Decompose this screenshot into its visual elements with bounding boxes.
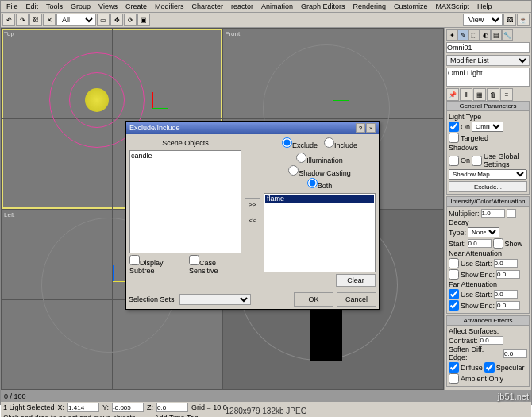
menu-file[interactable]: File (3, 2, 21, 11)
exclude-include-dialog: Exclude/Include ? × Scene Objects candle… (125, 121, 380, 310)
menu-maxscript[interactable]: MAXScript (433, 2, 473, 11)
selection-filter[interactable]: All (56, 14, 96, 26)
rollout-header[interactable]: Intensity/Color/Attenuation (447, 197, 529, 207)
menu-modifiers[interactable]: Modifiers (152, 2, 187, 11)
grid-status: Grid = 10.0 (191, 403, 227, 411)
rollout-intensity: Intensity/Color/Attenuation Multiplier: … (446, 196, 530, 314)
exclude-radio[interactable]: Exclude (282, 137, 318, 149)
add-time-tag[interactable]: Add Time Tag (155, 414, 199, 417)
illumination-radio[interactable]: Illumination (296, 153, 343, 164)
dialog-titlebar[interactable]: Exclude/Include ? × (126, 122, 379, 134)
tab-create-icon[interactable]: ✦ (446, 29, 457, 41)
scale-icon[interactable]: ▣ (137, 14, 150, 26)
shadows-on-check[interactable]: On Use Global Settings (449, 153, 527, 168)
link-icon[interactable]: ⛓ (29, 14, 42, 26)
menu-tools[interactable]: Tools (43, 2, 66, 11)
help-icon[interactable]: ? (356, 123, 365, 133)
light-type-select[interactable]: Omni (472, 122, 503, 132)
global-settings-check[interactable] (472, 156, 482, 166)
menu-grapheditors[interactable]: Graph Editors (298, 2, 349, 11)
configure-icon[interactable]: ≡ (500, 88, 513, 101)
menu-reactor[interactable]: reactor (228, 2, 256, 11)
menu-views[interactable]: Views (95, 2, 121, 11)
cancel-button[interactable]: Cancel (337, 292, 376, 307)
menu-bar: File Edit Tools Group Views Create Modif… (1, 1, 531, 13)
label: Decay (449, 218, 527, 226)
display-subtree-check[interactable]: Display Subtree (129, 255, 184, 275)
redo-icon[interactable]: ↷ (16, 14, 29, 26)
case-sensitive-check[interactable]: Case Sensitive (189, 255, 241, 275)
targeted-check[interactable]: Targeted (449, 133, 527, 143)
tab-utilities-icon[interactable]: 🔧 (502, 29, 513, 41)
ok-button[interactable]: OK (294, 292, 333, 307)
menu-animation[interactable]: Animation (258, 2, 296, 11)
viewport-label: Left (4, 211, 14, 218)
modifier-stack[interactable]: Omni Light (446, 68, 530, 87)
include-radio[interactable]: Include (324, 137, 357, 149)
light-on-check[interactable]: On Omni (449, 122, 527, 132)
list-item[interactable]: candle (131, 152, 240, 160)
selection-sets-dropdown[interactable] (179, 294, 251, 305)
multiplier-field: Multiplier: (449, 209, 527, 218)
unique-icon[interactable]: ▦ (473, 88, 486, 101)
rotate-icon[interactable]: ⟳ (124, 14, 137, 26)
coord-z[interactable] (156, 403, 188, 412)
coord-x[interactable] (67, 403, 99, 412)
selection-status: 1 Light Selected (3, 403, 55, 411)
menu-help[interactable]: Help (474, 2, 495, 11)
time-slider[interactable]: 0 / 100 (1, 391, 531, 402)
excluded-list[interactable]: flame (264, 193, 376, 272)
shadow-casting-radio[interactable]: Shadow Casting (288, 165, 351, 177)
stack-tools: 📌 Ⅱ ▦ 🗑 ≡ (446, 88, 530, 101)
menu-group[interactable]: Group (67, 2, 94, 11)
rollout-header[interactable]: General Parameters (447, 102, 529, 111)
list-item[interactable]: flame (265, 195, 374, 203)
menu-customize[interactable]: Customize (391, 2, 431, 11)
select-icon[interactable]: ▭ (97, 14, 110, 26)
move-gizmo[interactable] (317, 84, 349, 116)
selection-sets-label: Selection Sets (129, 295, 175, 303)
rollout-general: General Parameters Light Type On Omni Ta… (446, 101, 530, 195)
render-icon[interactable]: 🖼 (503, 14, 516, 26)
menu-edit[interactable]: Edit (23, 2, 42, 11)
menu-character[interactable]: Character (188, 2, 226, 11)
viewport-label: Top (4, 30, 14, 37)
move-gizmo[interactable] (137, 92, 168, 124)
move-left-button[interactable]: << (245, 214, 260, 226)
coord-y[interactable] (112, 403, 144, 412)
label: Shadows (449, 144, 527, 152)
tab-display-icon[interactable]: ▤ (491, 29, 502, 41)
exclude-button[interactable]: Exclude... (449, 181, 527, 192)
scene-objects-label: Scene Objects (129, 137, 241, 149)
menu-rendering[interactable]: Rendering (350, 2, 390, 11)
show-end-icon[interactable]: Ⅱ (460, 88, 472, 101)
decay-type: Type:None (449, 227, 527, 237)
tab-modify-icon[interactable]: ✎ (457, 29, 468, 41)
scene-objects-list[interactable]: candle (129, 150, 241, 253)
object-name-field[interactable] (446, 42, 530, 53)
watermark: jb51.net (498, 392, 529, 401)
command-panel: ✦ ✎ ⬚ ◐ ▤ 🔧 Modifier List Omni Light 📌 Ⅱ… (444, 28, 531, 390)
move-gizmo[interactable] (97, 265, 129, 297)
shadow-map-select[interactable]: Shadow Map (449, 169, 527, 180)
both-radio[interactable]: Both (307, 178, 333, 190)
unlink-icon[interactable]: ✕ (43, 14, 56, 26)
move-icon[interactable]: ✥ (110, 14, 123, 26)
color-swatch[interactable] (507, 209, 516, 218)
tab-motion-icon[interactable]: ◐ (480, 29, 491, 41)
remove-mod-icon[interactable]: 🗑 (487, 88, 499, 101)
undo-icon[interactable]: ↶ (2, 14, 15, 26)
rollout-advanced: Advanced Effects Affect Surfaces: Contra… (446, 315, 530, 387)
close-icon[interactable]: × (366, 123, 376, 133)
modifier-list[interactable]: Modifier List (446, 55, 530, 66)
pin-stack-icon[interactable]: 📌 (446, 88, 459, 101)
tab-hierarchy-icon[interactable]: ⬚ (468, 29, 480, 41)
rollout-header[interactable]: Advanced Effects (447, 316, 529, 326)
label: Affect Surfaces: (449, 327, 527, 335)
teapot-icon[interactable]: ☕ (517, 14, 530, 26)
ref-coord[interactable]: View (463, 14, 503, 26)
main-toolbar: ↶ ↷ ⛓ ✕ All ▭ ✥ ⟳ ▣ View 🖼 ☕ (1, 13, 531, 28)
move-right-button[interactable]: >> (245, 198, 260, 210)
menu-create[interactable]: Create (122, 2, 150, 11)
clear-button[interactable]: Clear (336, 274, 376, 287)
